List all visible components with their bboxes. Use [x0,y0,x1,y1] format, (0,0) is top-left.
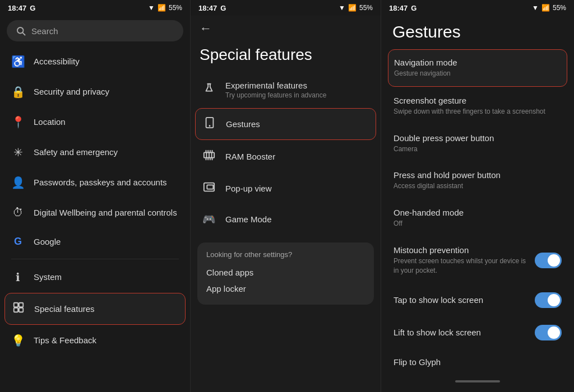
gesture-label: Double press power button [394,133,562,143]
search-icon [16,26,26,36]
toggle-knob [548,326,560,339]
sidebar-item-location[interactable]: 📍 Location [4,108,186,137]
time-left: 18:47 [8,4,26,12]
sidebar-item-special-features[interactable]: Special features [4,293,186,325]
person-icon: 👤 [11,176,25,189]
sidebar-item-wellbeing[interactable]: ⏱ Digital Wellbeing and parental control… [4,198,186,227]
app-locker-link[interactable]: App locker [206,281,365,297]
signal-middle: ▼ [339,4,345,12]
status-bar-middle: 18:47 G ▼ 📶 55% [191,0,381,16]
info-icon: ℹ [11,270,25,284]
left-panel: 18:47 G ▼ 📶 55% Search ♿ Accessibility 🔒… [0,0,191,392]
sidebar-item-label: Google [34,236,61,248]
time-right: 18:47 [389,4,408,12]
feature-label: RAM Booster [225,152,275,161]
toggle-knob [548,254,560,267]
sidebar-item-security[interactable]: 🔒 Security and privacy [4,77,186,106]
back-button[interactable]: ← [191,16,381,41]
battery-left: 55% [169,4,182,12]
cloned-apps-link[interactable]: Cloned apps [206,264,365,281]
gesture-navigation-mode[interactable]: Navigation mode Gesture navigation [388,49,567,87]
time-middle: 18:47 [198,4,217,12]
svg-line-1 [22,32,25,35]
experimental-icon [202,82,216,97]
sidebar-item-label: Passwords, passkeys and accounts [34,177,167,188]
popup-icon [202,181,216,196]
gesture-sub: Gesture navigation [394,69,561,78]
tap-lock-toggle[interactable] [535,292,562,308]
sidebar-item-google[interactable]: G Google [4,228,186,255]
gesture-label: Tap to show lock screen [394,295,529,305]
looking-box: Looking for other settings? Cloned apps … [197,242,374,305]
svg-rect-3 [19,303,23,307]
home-bar [455,380,500,382]
gesture-mistouch[interactable]: Mistouch prevention Prevent screen touch… [388,237,567,283]
wifi-middle: 📶 [348,4,357,12]
sidebar-item-accessibility[interactable]: ♿ Accessibility [4,47,186,76]
feature-game[interactable]: 🎮 Game Mode [195,205,376,234]
gesture-sub: Off [394,219,562,228]
sidebar-item-passwords[interactable]: 👤 Passwords, passkeys and accounts [4,168,186,197]
carrier-middle: G [220,4,226,12]
gesture-label: Screenshot gesture [394,96,562,105]
battery-right: 55% [553,4,566,12]
search-bar[interactable]: Search [7,20,183,41]
google-icon: G [11,236,25,248]
feature-ram[interactable]: RAM Booster [195,141,376,172]
gesture-one-handed[interactable]: One-handed mode Off [388,200,567,236]
gesture-tap-lock[interactable]: Tap to show lock screen [388,284,567,316]
gesture-double-power[interactable]: Double press power button Camera [388,125,567,162]
carrier-right: G [411,4,416,12]
svg-rect-20 [204,183,214,192]
carrier-left: G [30,4,35,12]
sidebar-item-label: Tips & Feedback [34,335,96,346]
gesture-lift-lock[interactable]: Lift to show lock screen [388,317,567,348]
feature-sub: Try upcoming features in advance [225,91,326,99]
safety-icon: ✳ [11,146,25,159]
right-panel: 18:47 G ▼ 📶 55% Gestures Navigation mode… [381,0,574,392]
lift-lock-toggle[interactable] [535,325,562,340]
svg-rect-2 [14,303,18,307]
feature-label: Gestures [226,119,260,129]
gesture-sub: Access digital assistant [394,181,562,191]
feature-experimental[interactable]: Experimental features Try upcoming featu… [195,73,376,107]
sidebar-item-safety[interactable]: ✳ Safety and emergency [4,138,186,167]
feature-label: Pop-up view [225,184,272,193]
sidebar-item-label: Accessibility [34,56,80,67]
gesture-hold-power[interactable]: Press and hold power button Access digit… [388,162,567,199]
gesture-label: Press and hold power button [394,170,562,180]
middle-panel: 18:47 G ▼ 📶 55% ← Special features Exper… [191,0,381,392]
signal-right: ▼ [532,4,539,12]
back-icon: ← [200,21,212,35]
gesture-sub: Prevent screen touches whilst your devic… [394,256,529,276]
gesture-sub: Camera [394,144,562,154]
signal-left: ▼ [148,4,155,12]
gesture-label: Navigation mode [394,58,561,67]
sidebar-item-label: Safety and emergency [34,147,118,158]
mistouch-toggle[interactable] [535,253,562,268]
status-bar-left: 18:47 G ▼ 📶 55% [0,0,190,16]
wifi-left: 📶 [158,4,166,12]
gesture-screenshot[interactable]: Screenshot gesture Swipe down with three… [388,88,567,124]
sidebar-item-label: Special features [34,304,95,315]
feature-list: Experimental features Try upcoming featu… [191,73,381,235]
middle-panel-title: Special features [191,41,381,73]
sidebar-item-label: Digital Wellbeing and parental controls [34,207,177,218]
toggle-knob [548,294,560,306]
game-icon: 🎮 [202,213,216,226]
gesture-flip-glyph[interactable]: Flip to Glyph [388,349,567,375]
gesture-label: Mistouch prevention [394,245,529,255]
search-placeholder: Search [31,26,58,36]
sidebar-item-system[interactable]: ℹ System [4,263,186,292]
sidebar-item-tips[interactable]: 💡 Tips & Feedback [4,326,186,355]
status-bar-right: 18:47 G ▼ 📶 55% [381,0,574,16]
sidebar-item-label: Security and privacy [34,86,109,97]
feature-popup[interactable]: Pop-up view [195,173,376,204]
sidebar-item-label: Location [34,116,66,128]
special-icon [12,301,25,316]
svg-rect-4 [14,308,18,312]
feature-gestures[interactable]: Gestures [195,108,376,140]
gestures-icon [202,116,217,132]
battery-middle: 55% [359,4,373,12]
svg-rect-5 [19,308,23,312]
